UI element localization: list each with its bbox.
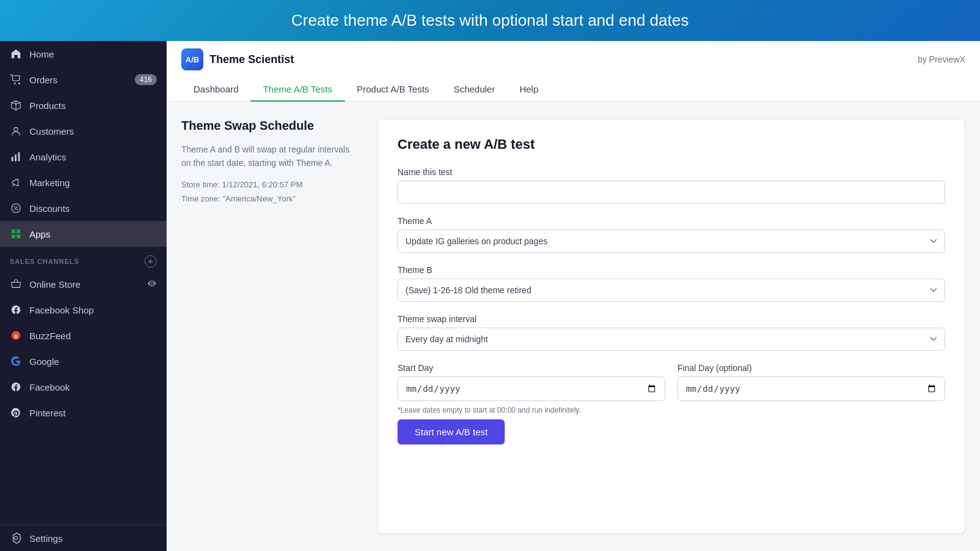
theme-a-label: Theme A [398,216,945,226]
timezone: Time zone: "America/New_York" [181,192,360,206]
tab-theme-ab-tests[interactable]: Theme A/B Tests [251,78,344,102]
final-day-group: Final Day (optional) [677,363,945,401]
sales-channels-label: SALES CHANNELS [10,258,79,265]
svg-rect-1 [12,157,13,161]
name-group: Name this test [398,167,945,204]
svg-rect-8 [17,234,20,238]
svg-point-0 [14,127,18,131]
sidebar-label-marketing: Marketing [29,178,70,188]
banner-title: Create theme A/B tests with optional sta… [292,11,689,29]
sidebar-item-facebook-shop[interactable]: Facebook Shop [0,297,167,323]
sidebar-item-discounts[interactable]: Discounts [0,195,167,221]
theme-b-label: Theme B [398,265,945,275]
add-sales-channel-button[interactable]: + [145,255,157,268]
name-label: Name this test [398,167,945,177]
svg-text:B: B [14,334,17,339]
sidebar-label-online-store: Online Store [29,279,80,290]
sidebar-label-buzzfeed: BuzzFeed [29,331,71,341]
svg-rect-2 [15,154,17,161]
start-day-input[interactable] [398,377,665,401]
sidebar-item-orders[interactable]: Orders 416 [0,67,167,92]
sidebar-label-home: Home [29,49,54,59]
orders-icon [10,73,22,86]
top-banner: Create theme A/B tests with optional sta… [0,0,980,41]
swap-interval-label: Theme swap interval [398,314,945,324]
facebook-icon [10,381,22,393]
tab-scheduler[interactable]: Scheduler [442,78,508,102]
orders-badge: 416 [135,74,157,85]
final-day-input[interactable] [677,377,945,401]
main-content: Theme Swap Schedule Theme A and B will s… [167,102,980,551]
sidebar-item-home[interactable]: Home [0,41,167,67]
sidebar-item-apps[interactable]: Apps [0,221,167,247]
theme-b-select[interactable]: (Save) 1-26-18 Old theme retired [398,279,945,302]
swap-interval-group: Theme swap interval Every day at midnigh… [398,314,945,351]
sidebar-label-pinterest: Pinterest [29,408,66,418]
start-day-label: Start Day [398,363,665,373]
sidebar-label-facebook: Facebook [29,382,70,392]
google-icon [10,355,22,367]
marketing-icon [10,176,22,189]
sidebar-item-facebook[interactable]: Facebook [0,374,167,400]
analytics-icon [10,151,22,163]
store-time: Store time: 1/12/2021, 6:20:57 PM [181,178,360,192]
sidebar-label-products: Products [29,100,66,111]
home-icon [10,48,22,60]
sidebar: Home Orders 416 Products Customers Ana [0,41,167,551]
buzzfeed-icon: B [10,329,22,342]
sidebar-item-analytics[interactable]: Analytics [0,144,167,170]
left-panel-meta: Store time: 1/12/2021, 6:20:57 PM Time z… [181,178,360,206]
facebook-shop-icon [10,304,22,316]
app-title: Theme Scientist [209,53,294,66]
swap-interval-select[interactable]: Every day at midnight [398,328,945,351]
settings-icon [10,532,22,544]
sidebar-label-facebook-shop: Facebook Shop [29,305,94,315]
date-note: *Leave dates empty to start at 00:00 and… [398,406,945,414]
sidebar-label-settings: Settings [29,533,62,544]
app-header: A/B Theme Scientist by PreviewX Dashboar… [167,41,980,102]
sidebar-label-apps: Apps [29,229,50,239]
left-panel-description: Theme A and B will swap at regular inter… [181,143,360,170]
svg-rect-5 [12,230,15,233]
tab-dashboard[interactable]: Dashboard [181,78,251,102]
theme-a-group: Theme A Update IG galleries on product p… [398,216,945,253]
online-store-icon [10,278,22,290]
left-panel: Theme Swap Schedule Theme A and B will s… [181,119,377,534]
sidebar-label-google: Google [29,356,59,367]
tab-product-ab-tests[interactable]: Product A/B Tests [345,78,442,102]
svg-rect-7 [12,234,15,238]
app-by-text: by PreviewX [918,54,965,64]
theme-a-select[interactable]: Update IG galleries on product pages [398,230,945,253]
sidebar-item-settings[interactable]: Settings [0,525,167,551]
sidebar-label-analytics: Analytics [29,152,66,162]
sidebar-item-products[interactable]: Products [0,92,167,118]
sales-channels-section: SALES CHANNELS + [0,247,167,271]
submit-button[interactable]: Start new A/B test [398,419,505,444]
sidebar-label-orders: Orders [29,75,58,85]
sidebar-item-online-store[interactable]: Online Store [0,271,167,297]
theme-b-group: Theme B (Save) 1-26-18 Old theme retired [398,265,945,302]
sidebar-item-pinterest[interactable]: Pinterest [0,400,167,425]
sidebar-item-google[interactable]: Google [0,348,167,374]
form-title: Create a new A/B test [398,137,945,152]
tab-help[interactable]: Help [507,78,551,102]
products-icon [10,99,22,111]
name-input[interactable] [398,181,945,204]
sidebar-label-customers: Customers [29,126,74,137]
pinterest-icon [10,407,22,419]
tabs-nav: Dashboard Theme A/B Tests Product A/B Te… [181,78,965,101]
sidebar-item-marketing[interactable]: Marketing [0,170,167,195]
date-row: Start Day Final Day (optional) [398,363,945,401]
content-area: A/B Theme Scientist by PreviewX Dashboar… [167,41,980,551]
discounts-icon [10,202,22,214]
sidebar-label-discounts: Discounts [29,203,70,214]
left-panel-title: Theme Swap Schedule [181,119,360,133]
final-day-label: Final Day (optional) [677,363,945,373]
sidebar-item-customers[interactable]: Customers [0,118,167,144]
sidebar-item-buzzfeed[interactable]: B BuzzFeed [0,323,167,348]
form-card: Create a new A/B test Name this test The… [377,119,965,534]
start-day-group: Start Day [398,363,665,401]
svg-rect-3 [18,152,20,161]
customers-icon [10,125,22,137]
online-store-eye-icon[interactable] [147,279,157,290]
